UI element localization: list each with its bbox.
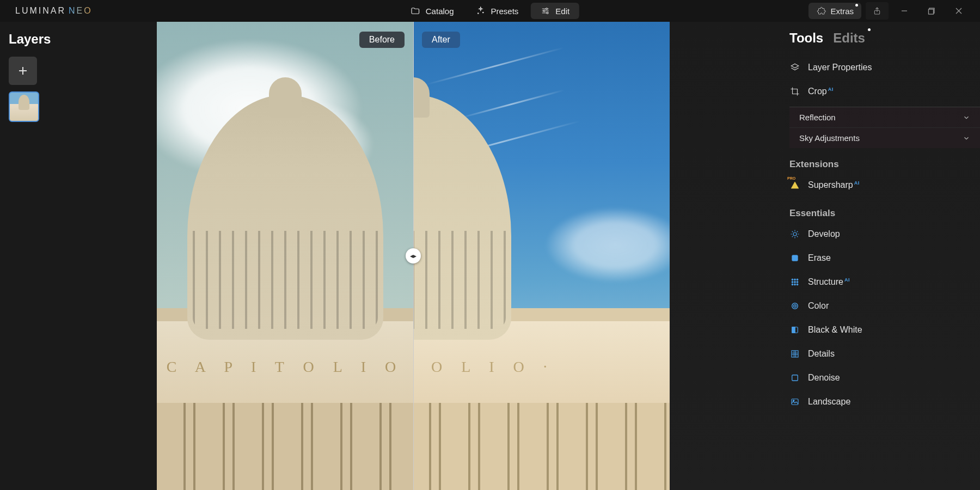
tab-label: Presets [491,7,518,16]
svg-point-4 [547,12,548,14]
tool-crop[interactable]: CropAI [789,79,969,103]
svg-point-15 [797,281,798,283]
svg-point-0 [477,13,479,14]
tool-label: Denoise [808,373,840,383]
tool-erase[interactable]: Erase [789,246,969,270]
before-label: Before [359,32,405,48]
tool-label: Landscape [808,397,850,407]
share-icon [873,7,881,15]
tool-details[interactable]: Details [789,342,969,366]
pane-tab-edits[interactable]: Edits [833,30,865,46]
tool-label: Layer Properties [808,63,872,72]
svg-point-17 [794,284,796,285]
minimize-button[interactable] [893,2,916,20]
svg-point-14 [794,281,796,283]
tool-supersharp[interactable]: PRO SupersharpAI [789,173,969,197]
maximize-button[interactable] [920,2,943,20]
sun-icon [790,229,800,239]
svg-rect-9 [792,255,798,261]
plus-icon [16,64,29,77]
close-button[interactable] [947,2,970,20]
tool-structure[interactable]: StructureAI [789,270,969,294]
panel-sky-adjustments[interactable]: Sky Adjustments [789,127,980,148]
triangle-warning-icon [790,180,800,190]
app-logo: LUMINAR NEO [15,6,93,16]
tool-label: StructureAI [808,277,850,287]
pane-tabs: Tools Edits [670,30,980,46]
svg-point-20 [794,305,797,308]
sparkle-icon [475,6,485,16]
tool-label: Develop [808,229,840,239]
tool-label: Erase [808,253,831,263]
erase-icon [790,253,800,263]
layer-thumbnail[interactable] [9,91,39,122]
pane-tab-tools[interactable]: Tools [789,30,823,46]
square-icon [790,373,800,383]
svg-point-19 [792,303,798,309]
after-label: After [422,32,460,48]
topbar: LUMINAR NEO Catalog Presets Edit Extras [0,0,980,22]
svg-point-11 [794,279,796,280]
tab-edit[interactable]: Edit [530,3,579,19]
svg-point-1 [482,12,483,13]
building-inscription: · C A P I T O L I O · [413,358,670,376]
tab-catalog[interactable]: Catalog [401,3,464,19]
svg-point-3 [543,10,545,12]
notification-dot-icon [868,28,871,31]
svg-rect-22 [792,327,795,333]
image-canvas: · C A P I T O L I O · · C A P I T O L I … [157,22,670,490]
pane-tab-edits-label: Edits [833,30,865,45]
compare-slider-handle[interactable]: ◂▸ [406,248,421,264]
building-inscription: · C A P I T O L I O · [157,358,413,376]
landscape-icon [790,397,800,407]
svg-point-26 [793,400,794,401]
section-essentials: Essentials [789,208,969,219]
topbar-right: Extras [808,2,980,20]
tool-label: Black & White [808,325,862,335]
tool-landscape[interactable]: Landscape [789,390,969,414]
tool-denoise[interactable]: Denoise [789,366,969,390]
minimize-icon [901,7,908,15]
panel-reflection[interactable]: Reflection [789,107,980,127]
tool-color[interactable]: Color [789,294,969,318]
image-after: · C A P I T O L I O · [413,22,670,490]
svg-point-16 [792,284,793,285]
layers-title: Layers [9,32,148,47]
tool-label: Color [808,301,829,311]
panel-label: Sky Adjustments [799,133,860,143]
tool-label: CropAI [808,87,834,96]
svg-rect-7 [929,9,934,14]
tab-presets[interactable]: Presets [465,3,528,19]
sliders-icon [540,6,550,16]
tool-label: Details [808,349,835,359]
tab-label: Edit [555,7,569,16]
tab-label: Catalog [426,7,454,16]
tool-label: SupersharpAI [808,180,860,190]
layers-icon [790,63,800,72]
maximize-icon [928,7,935,15]
tool-develop[interactable]: Develop [789,222,969,246]
grid-icon [790,349,800,359]
notification-dot-icon [855,4,858,7]
close-icon [955,7,963,15]
chevron-down-icon [963,134,970,142]
tool-layer-properties[interactable]: Layer Properties [789,56,969,79]
share-button[interactable] [866,2,889,20]
chevron-down-icon [963,114,970,121]
add-layer-button[interactable] [9,57,37,85]
half-square-icon [790,325,800,335]
section-extensions: Extensions [789,159,969,170]
crop-icon [790,87,800,96]
extras-button[interactable]: Extras [808,3,861,19]
color-ring-icon [790,301,800,311]
tool-black-white[interactable]: Black & White [789,318,969,342]
mode-tabs: Catalog Presets Edit [401,3,579,19]
image-before: · C A P I T O L I O · [157,22,413,490]
svg-point-12 [797,279,798,280]
puzzle-icon [816,6,826,16]
svg-point-10 [792,279,793,280]
folder-icon [411,6,420,16]
pro-badge: PRO [787,176,795,180]
svg-point-13 [792,281,793,283]
svg-point-8 [793,232,797,236]
